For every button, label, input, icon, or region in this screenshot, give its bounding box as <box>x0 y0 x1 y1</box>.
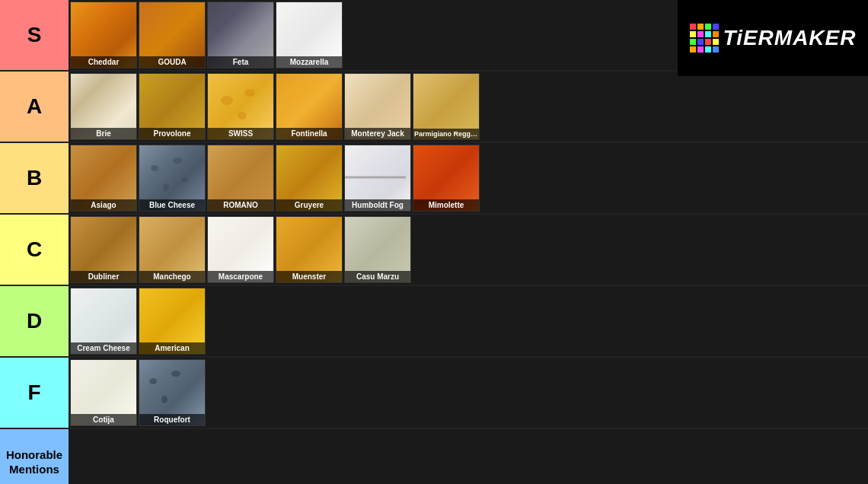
tier-items-c: Dubliner Manchego Mascarpone Muenster Ca… <box>69 215 868 285</box>
cheese-feta[interactable]: Feta <box>207 2 274 68</box>
svg-point-2 <box>238 112 247 119</box>
cheese-muenster[interactable]: Muenster <box>276 216 343 283</box>
svg-point-10 <box>161 396 168 403</box>
cheese-dubliner[interactable]: Dubliner <box>70 216 137 283</box>
creamcheese-label: Cream Cheese <box>71 342 136 354</box>
bluecheese-label: Blue Cheese <box>139 199 205 211</box>
tier-row-b: B Asiago Blue Cheese ROMANO <box>0 143 868 215</box>
tier-label-honorable: HonorableMentions <box>0 429 69 484</box>
dubliner-label: Dubliner <box>71 271 136 282</box>
cheese-humboldtfog[interactable]: Humboldt Fog <box>344 145 411 212</box>
cheddar-label: Cheddar <box>71 56 136 68</box>
cheese-mascarpone[interactable]: Mascarpone <box>207 216 274 283</box>
cheese-fontinella[interactable]: Fontinella <box>276 73 343 140</box>
gouda-label: GOUDA <box>139 56 205 68</box>
svg-point-9 <box>171 371 180 377</box>
cheese-mimolette[interactable]: Mimolette <box>413 145 480 212</box>
cheese-roquefort[interactable]: Roquefort <box>139 359 206 426</box>
american-label: American <box>139 342 205 354</box>
tier-row-d: D Cream Cheese American <box>0 286 868 358</box>
tier-row-f: F Cotija Roquefort <box>0 358 868 429</box>
svg-point-6 <box>181 177 189 182</box>
cheese-asiago[interactable]: Asiago <box>70 145 137 212</box>
asiago-label: Asiago <box>71 199 136 211</box>
cheese-cotija[interactable]: Cotija <box>70 359 137 426</box>
tier-items-b: Asiago Blue Cheese ROMANO Gruyere <box>69 143 868 213</box>
cheese-casumarzu[interactable]: Casu Marzu <box>344 216 411 283</box>
cheese-mozzarella[interactable]: Mozzarella <box>276 2 343 68</box>
mimolette-label: Mimolette <box>413 199 479 211</box>
brie-label: Brie <box>71 128 136 139</box>
tier-label-f: F <box>0 358 69 428</box>
montereyjack-label: Monterey Jack <box>345 128 410 139</box>
main-container: TiERMAKER S Cheddar GOUDA Feta <box>0 0 868 484</box>
tier-label-d: D <box>0 286 69 356</box>
cheese-gruyere[interactable]: Gruyere <box>276 145 343 212</box>
cheese-swiss[interactable]: SWISS <box>207 73 274 140</box>
manchego-label: Manchego <box>139 271 205 282</box>
roquefort-label: Roquefort <box>139 414 205 425</box>
gruyere-label: Gruyere <box>276 199 342 211</box>
logo-bar: TiERMAKER <box>678 0 868 76</box>
logo-text: TiERMAKER <box>723 26 857 50</box>
cheese-bluecheese[interactable]: Blue Cheese <box>139 145 206 212</box>
cheese-montereyjack[interactable]: Monterey Jack <box>344 73 411 140</box>
svg-point-3 <box>151 165 158 171</box>
cheese-parmigiano[interactable]: Parmigiano Reggiano <box>413 73 480 140</box>
tier-label-c: C <box>0 215 69 285</box>
provolone-label: Provolone <box>139 128 205 139</box>
cheese-manchego[interactable]: Manchego <box>139 216 206 283</box>
tier-label-b: B <box>0 143 69 213</box>
svg-point-1 <box>244 89 255 97</box>
swiss-label: SWISS <box>208 128 273 139</box>
svg-point-0 <box>221 96 233 105</box>
cheese-creamcheese[interactable]: Cream Cheese <box>70 288 137 355</box>
cheese-brie[interactable]: Brie <box>70 73 137 140</box>
tier-items-f: Cotija Roquefort <box>69 358 868 428</box>
tier-row-a: A Brie Provolone SWISS <box>0 72 868 143</box>
cheese-american[interactable]: American <box>139 288 206 355</box>
tier-label-a: A <box>0 72 69 142</box>
muenster-label: Muenster <box>276 271 342 282</box>
tier-items-d: Cream Cheese American <box>69 286 868 356</box>
logo-grid-icon <box>690 24 719 53</box>
cotija-label: Cotija <box>71 414 136 425</box>
feta-label: Feta <box>208 56 273 68</box>
logo: TiERMAKER <box>690 24 857 53</box>
mascarpone-label: Mascarpone <box>208 271 273 282</box>
humboldtfog-label: Humboldt Fog <box>345 199 410 211</box>
tier-items-honorable <box>69 429 868 484</box>
svg-point-8 <box>149 378 157 384</box>
cheese-cheddar[interactable]: Cheddar <box>70 2 137 68</box>
fontinella-label: Fontinella <box>276 128 342 139</box>
svg-point-4 <box>173 158 182 164</box>
svg-point-5 <box>163 183 169 191</box>
mozzarella-label: Mozzarella <box>276 56 342 68</box>
cheese-provolone[interactable]: Provolone <box>139 73 206 140</box>
cheese-gouda[interactable]: GOUDA <box>139 2 206 68</box>
casumarzu-label: Casu Marzu <box>345 271 410 282</box>
tier-row-honorable: HonorableMentions <box>0 429 868 484</box>
parmigiano-label: Parmigiano Reggiano <box>413 129 479 139</box>
tier-row-c: C Dubliner Manchego Mascarpone Muenster <box>0 215 868 286</box>
tier-label-s: S <box>0 0 69 70</box>
tier-items-a: Brie Provolone SWISS Fontinella <box>69 72 868 142</box>
cheese-romano[interactable]: ROMANO <box>207 145 274 212</box>
romano-label: ROMANO <box>208 199 273 211</box>
